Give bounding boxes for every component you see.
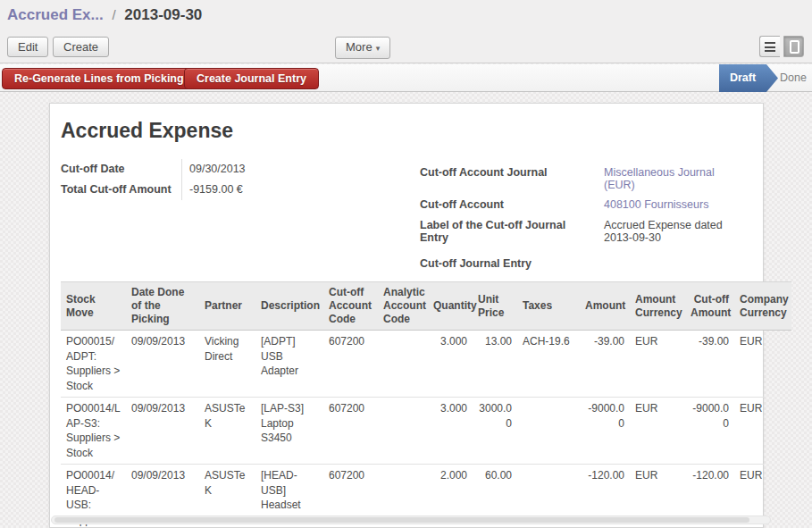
breadcrumb: Accrued Ex... / 2013-09-30 [7, 6, 202, 24]
column-header[interactable]: Amount Currency [630, 282, 685, 331]
field-row: Cut-off Journal Entry [420, 254, 759, 274]
table-cell: ACH-19.6 [517, 331, 580, 398]
field-value-cutoff-date: 09/30/2013 [181, 159, 400, 180]
table-cell: -39.00 [685, 331, 734, 398]
table-cell: EUR [734, 331, 764, 398]
column-header[interactable]: Stock Move [61, 282, 126, 331]
more-dropdown-button[interactable]: More▾ [335, 37, 390, 59]
table-row[interactable]: PO00014/LAP-S3: Suppliers > Stock09/09/2… [61, 398, 764, 465]
more-label: More [346, 40, 373, 54]
lines-table: Stock MoveDate Done of the PickingPartne… [61, 281, 791, 528]
column-header[interactable]: Amount [580, 282, 630, 331]
list-view-button[interactable] [759, 36, 780, 57]
table-cell [378, 331, 428, 398]
form-sheet: Accrued Expense Cut-off Date 09/30/2013 … [49, 103, 764, 528]
column-header[interactable]: Quantity [428, 282, 473, 331]
status-draft-active: Draft [719, 64, 778, 92]
table-row[interactable]: PO00015/ADPT: Suppliers > Stock09/09/201… [61, 331, 764, 398]
table-cell: 3.000 [428, 331, 473, 398]
table-cell: -39.00 [580, 331, 630, 398]
create-button[interactable]: Create [53, 37, 109, 57]
table-cell: PO00014/LAP-S3: Suppliers > Stock [61, 398, 126, 465]
field-label-cutoff-account: Cut-off Account [420, 195, 597, 215]
table-cell: -9000.00 [685, 398, 734, 465]
horizontal-scrollbar[interactable] [51, 515, 771, 524]
status-done: Done [776, 64, 810, 92]
column-header[interactable]: Unit Price [473, 282, 517, 331]
field-value-cutoff-account-journal-link[interactable]: Miscellaneous Journal (EUR) [597, 163, 732, 195]
table-cell: [LAP-S3] Laptop S3450 [255, 398, 323, 465]
column-header[interactable]: Description [255, 282, 323, 331]
page-title: Accrued Expense [61, 119, 233, 143]
table-cell: EUR [734, 398, 764, 465]
field-row: Cut-off Account 408100 Fournisseurs [420, 195, 759, 215]
field-label-cutoff-account-journal: Cut-off Account Journal [420, 163, 597, 195]
form-view-button[interactable] [783, 36, 804, 57]
field-label-total-cutoff-amount: Total Cut-off Amount [61, 180, 181, 200]
status-action-bar: Re-Generate Lines from Picking Create Jo… [0, 64, 812, 92]
table-cell: 09/09/2013 [126, 398, 199, 465]
field-label-cutoff-date: Cut-off Date [61, 159, 181, 180]
table-cell [378, 398, 428, 465]
edit-button[interactable]: Edit [7, 37, 48, 57]
column-header[interactable]: Partner [199, 282, 255, 331]
create-journal-entry-button[interactable]: Create Journal Entry [184, 68, 319, 89]
horizontal-scrollbar-thumb[interactable] [54, 517, 749, 523]
table-cell [517, 398, 580, 465]
breadcrumb-current: 2013-09-30 [124, 6, 202, 23]
chevron-down-icon: ▾ [376, 44, 381, 53]
odoo-form-view: Accrued Ex... / 2013-09-30 Edit Create M… [0, 0, 812, 528]
table-body: PO00015/ADPT: Suppliers > Stock09/09/201… [61, 331, 764, 528]
field-row: Label of the Cut-off Journal Entry Accru… [420, 215, 759, 247]
table-cell: [ADPT] USB Adapter [255, 331, 323, 398]
table-cell: -9000.00 [580, 398, 630, 465]
list-icon [765, 42, 775, 52]
table-header-row: Stock MoveDate Done of the PickingPartne… [61, 282, 791, 331]
field-value-cutoff-account-link[interactable]: 408100 Fournisseurs [597, 195, 732, 215]
column-header[interactable]: Company Currency [734, 282, 791, 331]
form-icon [790, 40, 799, 54]
breadcrumb-separator: / [107, 7, 120, 22]
table-cell: EUR [630, 398, 685, 465]
table-cell: 13.00 [473, 331, 517, 398]
table-cell: EUR [630, 331, 685, 398]
field-label-cutoff-journal-entry: Cut-off Journal Entry [420, 254, 597, 274]
field-row: Cut-off Date 09/30/2013 [61, 159, 400, 180]
table-cell: 607200 [323, 398, 378, 465]
breadcrumb-parent-link[interactable]: Accrued Ex... [7, 6, 104, 23]
column-header[interactable]: Date Done of the Picking [126, 282, 199, 331]
field-value-cutoff-journal-entry [597, 254, 732, 274]
column-header[interactable]: Analytic Account Code [378, 282, 428, 331]
table-cell: 09/09/2013 [126, 331, 199, 398]
table-cell: ASUSTeK [199, 398, 255, 465]
column-header[interactable]: Taxes [517, 282, 580, 331]
table-cell: PO00015/ADPT: Suppliers > Stock [61, 331, 126, 398]
column-header[interactable]: Cut-off Account Code [323, 282, 378, 331]
table-cell: 3.000 [428, 398, 473, 465]
field-row: Total Cut-off Amount -9159.00 € [61, 180, 400, 200]
field-value-total-cutoff-amount: -9159.00 € [181, 180, 400, 200]
lines-table-header: Stock MoveDate Done of the PickingPartne… [61, 281, 791, 331]
form-group-right: Cut-off Account Journal Miscellaneous Jo… [420, 163, 759, 274]
top-header: Accrued Ex... / 2013-09-30 Edit Create M… [0, 0, 812, 63]
table-body-clip: PO00015/ADPT: Suppliers > Stock09/09/201… [61, 331, 764, 528]
table-cell: 607200 [323, 331, 378, 398]
lines-table-body: PO00015/ADPT: Suppliers > Stock09/09/201… [61, 331, 764, 528]
form-group-left: Cut-off Date 09/30/2013 Total Cut-off Am… [61, 159, 400, 200]
field-value-journal-entry-label: Accrued Expense dated 2013-09-30 [597, 215, 732, 247]
view-switcher [759, 36, 804, 57]
field-label-journal-entry-label: Label of the Cut-off Journal Entry [420, 215, 597, 247]
table-cell: Vicking Direct [199, 331, 255, 398]
field-row: Cut-off Account Journal Miscellaneous Jo… [420, 163, 759, 195]
column-header[interactable]: Cut-off Amount [685, 282, 734, 331]
regenerate-lines-button[interactable]: Re-Generate Lines from Picking [2, 68, 197, 89]
table-cell: 3000.00 [473, 398, 517, 465]
